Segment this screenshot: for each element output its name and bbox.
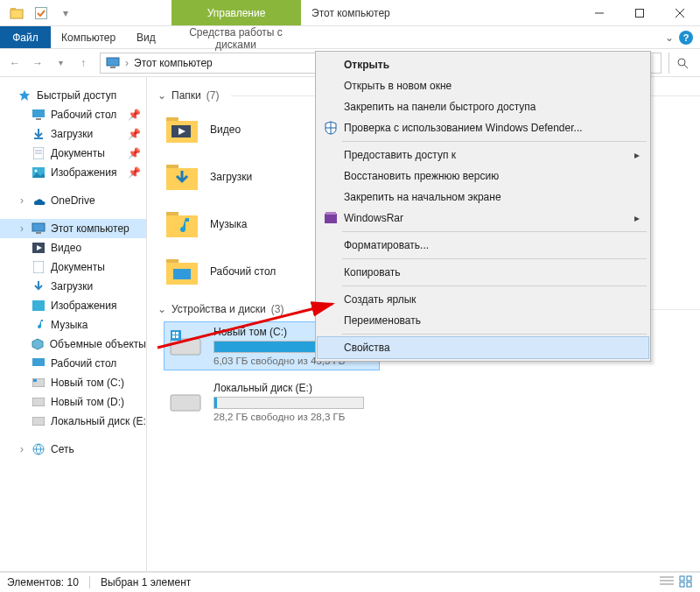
sidebar-downloads-2[interactable]: Загрузки <box>0 277 146 296</box>
dropdown-caret-icon[interactable]: ▾ <box>58 5 74 21</box>
svg-rect-25 <box>32 300 45 311</box>
cm-share[interactable]: Предоставить доступ к▸ <box>318 144 648 166</box>
nav-forward-button[interactable]: → <box>28 53 47 73</box>
pictures-icon <box>32 166 46 180</box>
svg-rect-7 <box>107 58 119 66</box>
ribbon-collapse-icon[interactable]: ⌄ <box>665 32 674 44</box>
nav-back-button[interactable]: ← <box>5 53 24 73</box>
drive-subtitle: 28,2 ГБ свободно из 28,3 ГБ <box>214 412 375 422</box>
svg-rect-24 <box>33 261 44 273</box>
tab-file[interactable]: Файл <box>0 26 51 48</box>
sidebar-drive-c[interactable]: Новый том (C:) <box>0 373 146 392</box>
star-icon <box>18 88 32 102</box>
svg-rect-62 <box>326 212 336 215</box>
cm-create-shortcut[interactable]: Создать ярлык <box>318 289 648 310</box>
svg-rect-48 <box>172 335 175 338</box>
svg-rect-49 <box>176 335 178 338</box>
pin-icon: 📌 <box>128 109 141 121</box>
tab-computer[interactable]: Компьютер <box>51 26 126 48</box>
view-large-icon[interactable] <box>679 575 693 590</box>
this-pc-icon <box>32 222 46 236</box>
expand-icon[interactable]: › <box>18 222 26 235</box>
svg-rect-4 <box>636 9 644 17</box>
sidebar-documents[interactable]: Документы📌 <box>0 144 146 163</box>
svg-rect-55 <box>680 576 684 581</box>
search-button[interactable] <box>668 53 695 74</box>
objects3d-icon <box>32 337 45 351</box>
sidebar-music[interactable]: Музыка <box>0 315 146 335</box>
sidebar-downloads[interactable]: Загрузки📌 <box>0 124 146 144</box>
sidebar-desktop[interactable]: Рабочий стол📌 <box>0 105 146 124</box>
folder-icon <box>164 112 200 147</box>
context-menu: Открыть Открыть в новом окне Закрепить н… <box>315 51 651 362</box>
sidebar-network[interactable]: ›Сеть <box>0 440 146 459</box>
submenu-arrow-icon: ▸ <box>634 212 640 224</box>
maximize-button[interactable] <box>620 0 660 25</box>
svg-rect-40 <box>166 215 198 237</box>
network-icon <box>32 442 46 456</box>
cm-defender-scan[interactable]: Проверка с использованием Windows Defend… <box>318 117 648 138</box>
collapse-icon[interactable]: ⌄ <box>158 89 166 102</box>
expand-icon[interactable]: › <box>18 443 26 455</box>
sidebar-this-pc[interactable]: ›Этот компьютер <box>0 219 146 238</box>
winrar-icon <box>323 210 339 226</box>
cm-pin-start[interactable]: Закрепить на начальном экране <box>318 187 648 208</box>
music-icon <box>32 318 46 332</box>
explorer-icon <box>9 5 24 21</box>
drive-icon <box>32 395 46 409</box>
cm-open[interactable]: Открыть <box>318 54 648 75</box>
tab-disk-tools[interactable]: Средства работы с дисками <box>171 26 301 51</box>
cm-properties[interactable]: Свойства <box>318 337 648 358</box>
ribbon-tabs: Файл Компьютер Вид Средства работы с дис… <box>0 26 700 49</box>
documents-icon <box>32 146 46 160</box>
svg-rect-56 <box>687 576 691 581</box>
sidebar-drive-e[interactable]: Локальный диск (E: <box>0 412 146 431</box>
sidebar-pictures-2[interactable]: Изображения <box>0 296 146 315</box>
download-icon <box>32 279 46 293</box>
drive-icon <box>168 326 203 361</box>
sidebar-video[interactable]: Видео <box>0 238 146 257</box>
drive-icon <box>32 414 46 428</box>
sidebar-desktop-2[interactable]: Рабочий стол <box>0 354 146 373</box>
pin-icon: 📌 <box>128 147 141 159</box>
sidebar-documents-2[interactable]: Документы <box>0 257 146 277</box>
window-title: Этот компьютер <box>301 7 390 19</box>
cm-copy[interactable]: Копировать <box>318 262 648 283</box>
help-icon[interactable]: ? <box>679 31 693 45</box>
drive-label: Локальный диск (E:) <box>214 382 375 394</box>
sidebar-3d-objects[interactable]: Объемные объекты <box>0 335 146 354</box>
cm-restore-version[interactable]: Восстановить прежнюю версию <box>318 166 648 187</box>
collapse-icon[interactable]: ⌄ <box>158 303 166 315</box>
svg-rect-51 <box>171 395 200 411</box>
svg-rect-30 <box>32 398 45 406</box>
cm-pin-quick-access[interactable]: Закрепить на панели быстрого доступа <box>318 96 648 117</box>
svg-rect-44 <box>171 339 200 355</box>
drive-e[interactable]: Локальный диск (E:) 28,2 ГБ свободно из … <box>164 378 379 426</box>
view-details-icon[interactable] <box>660 575 674 590</box>
sidebar-drive-d[interactable]: Новый том (D:) <box>0 392 146 412</box>
nav-sidebar[interactable]: Быстрый доступ Рабочий стол📌 Загрузки📌 Д… <box>0 77 147 571</box>
folder-icon <box>164 207 200 242</box>
checkbox-icon[interactable] <box>33 5 49 21</box>
documents-icon <box>32 260 46 274</box>
sidebar-quick-access[interactable]: Быстрый доступ <box>0 86 146 105</box>
nav-recent-dropdown[interactable]: ▾ <box>51 53 70 73</box>
nav-up-button[interactable]: ↑ <box>74 53 93 73</box>
svg-point-9 <box>678 59 685 66</box>
cm-format[interactable]: Форматировать... <box>318 235 648 256</box>
svg-rect-0 <box>10 10 23 18</box>
cm-winrar[interactable]: WindowsRar▸ <box>318 208 648 229</box>
cm-rename[interactable]: Переименовать <box>318 310 648 331</box>
close-button[interactable] <box>660 0 700 25</box>
expand-icon[interactable]: › <box>18 194 26 207</box>
minimize-button[interactable] <box>579 0 620 25</box>
svg-rect-57 <box>680 582 684 587</box>
sidebar-onedrive[interactable]: ›OneDrive <box>0 191 146 210</box>
pin-icon: 📌 <box>128 166 141 179</box>
drive-icon <box>32 376 46 390</box>
ribbon-context-label: Управление <box>172 0 301 25</box>
sidebar-pictures[interactable]: Изображения📌 <box>0 163 146 182</box>
svg-rect-61 <box>325 214 337 223</box>
tab-view[interactable]: Вид <box>126 26 166 48</box>
cm-open-new-window[interactable]: Открыть в новом окне <box>318 75 648 96</box>
